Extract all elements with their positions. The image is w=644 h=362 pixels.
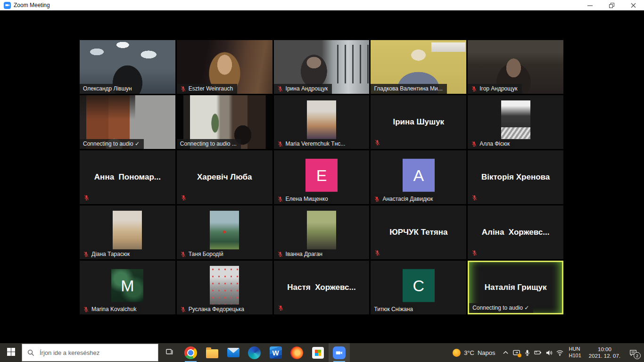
word-icon: W (270, 346, 282, 359)
participant-name: Maria Veremchuk Тнс... (286, 140, 346, 147)
participant-tile[interactable]: Харевіч Люба (177, 150, 272, 204)
search-input[interactable] (39, 349, 144, 357)
participant-tile[interactable]: Руслана Федорецька (177, 261, 272, 314)
tray-overflow-button[interactable] (500, 343, 511, 362)
task-view-icon (165, 347, 174, 358)
participant-name-label: Connecting to audio ✓ (80, 139, 144, 149)
participant-tile[interactable]: Алла Фісюк (468, 95, 563, 149)
participant-name: Титюк Сніжана (374, 306, 413, 313)
participant-name-centered: Анна Пономар... (80, 150, 175, 204)
participant-tile[interactable]: Connecting to audio ... (177, 95, 272, 149)
taskbar-app-file-explorer[interactable] (201, 343, 223, 362)
minimize-button[interactable] (579, 0, 601, 10)
zoom-icon (333, 346, 346, 359)
participant-tile[interactable]: Олександр Лівшун (80, 40, 175, 94)
participant-name-label: Ігор Андрощук (468, 84, 521, 94)
zoom-app-icon (4, 2, 11, 9)
participant-name: Діана Тарасюк (91, 251, 130, 257)
participant-tile[interactable]: Таня Бородій (177, 206, 272, 259)
participant-name: Алла Фісюк (479, 140, 510, 147)
participant-name-label: Connecting to audio ... (177, 139, 241, 149)
participant-tile[interactable]: E Елена Мищенко (274, 150, 370, 204)
start-button[interactable] (0, 343, 22, 362)
task-view-button[interactable] (158, 343, 180, 362)
muted-mic-icon (83, 251, 89, 257)
muted-mic-icon (180, 306, 186, 313)
participant-tile[interactable]: Eszter Weinrauch (177, 40, 272, 94)
participant-tile[interactable]: A Анастасія Давидюк (371, 150, 466, 204)
weather-widget[interactable]: 3°C Napos (448, 349, 500, 357)
tray-network-button[interactable] (554, 343, 565, 362)
language-indicator[interactable]: HUN H101 (565, 346, 585, 359)
action-center-button[interactable]: 2 (624, 343, 642, 362)
tray-battery-button[interactable] (533, 343, 544, 362)
avatar-letter: E (305, 159, 338, 192)
taskbar-app-chrome[interactable] (180, 343, 201, 362)
participant-tile[interactable]: Іванна Драган (274, 206, 370, 259)
muted-mic-icon (278, 305, 284, 311)
participant-tile[interactable]: Вікторія Хренова (468, 150, 563, 204)
participant-name-label: Marina Kovalchuk (80, 304, 140, 314)
participant-tile[interactable]: Аліна Хоржевс... (468, 206, 563, 259)
taskbar-app-firefox[interactable] (286, 343, 307, 362)
muted-mic-icon (277, 141, 283, 147)
taskbar-app-mail[interactable] (223, 343, 244, 362)
participant-name-label: Таня Бородій (177, 249, 228, 259)
window-titlebar: Zoom Meeting (0, 0, 644, 10)
participant-name-label: Алла Фісюк (468, 139, 514, 149)
participant-tile[interactable]: Анна Пономар... (80, 150, 175, 204)
system-tray: 3°C Napos HUN H101 10:00 2021. 12. 07. (448, 343, 644, 362)
participant-tile[interactable]: Connecting to audio ✓ (80, 95, 175, 149)
participant-name-label: Maria Veremchuk Тнс... (274, 139, 350, 149)
taskbar-app-zoom[interactable] (329, 343, 350, 362)
chrome-icon (184, 346, 197, 359)
sun-icon (453, 349, 461, 357)
taskbar-app-edge[interactable] (244, 343, 265, 362)
participant-name-label: Connecting to audio ✓ (469, 303, 533, 313)
microphone-icon (524, 349, 531, 356)
participant-tile[interactable]: Діана Тарасюк (80, 206, 175, 259)
muted-mic-icon (374, 140, 380, 146)
taskbar-app-store[interactable] (307, 343, 329, 362)
close-button[interactable] (622, 0, 644, 10)
muted-mic-icon (374, 250, 380, 256)
participant-tile[interactable]: ЮРЧУК Тетяна (371, 206, 466, 259)
search-icon (27, 349, 34, 356)
cast-notification-dot (518, 354, 521, 357)
participant-tile[interactable]: C Титюк Сніжана (371, 261, 466, 314)
weather-condition: Napos (478, 349, 495, 356)
participant-name-label: Діана Тарасюк (80, 249, 134, 259)
tray-microphone-button[interactable] (522, 343, 533, 362)
participant-tile[interactable]: M Marina Kovalchuk (80, 261, 175, 314)
taskbar-clock[interactable]: 10:00 2021. 12. 07. (585, 346, 624, 360)
participant-name: Гладкова Валентина Ми... (374, 85, 442, 92)
restore-button[interactable] (601, 0, 622, 10)
tray-volume-button[interactable] (544, 343, 554, 362)
participant-name: Connecting to audio ... (180, 140, 237, 147)
participant-name: Marina Kovalchuk (91, 306, 136, 313)
participant-name-centered: Настя Хоржевс... (274, 261, 370, 314)
keyboard-layout: H101 (569, 353, 581, 359)
participant-name-label: Іванна Драган (274, 249, 327, 259)
participant-tile[interactable]: Maria Veremchuk Тнс... (274, 95, 370, 149)
participant-name-centered: Ірина Шушук (371, 95, 466, 149)
participant-tile[interactable]: Ігор Андрощук (468, 40, 563, 94)
participant-name: Таня Бородій (189, 251, 223, 257)
participant-name: Ігор Андрощук (479, 85, 517, 92)
participant-tile[interactable]: Настя Хоржевс... (274, 261, 370, 314)
participant-name-centered: Харевіч Люба (177, 150, 272, 204)
file-explorer-icon (206, 349, 218, 358)
tray-cast-button[interactable] (511, 343, 522, 362)
participant-tile[interactable]: Ірина Андрощук (274, 40, 370, 94)
taskbar-search[interactable] (22, 344, 158, 362)
participant-name-label: Елена Мищенко (274, 194, 332, 204)
participant-name-centered: Вікторія Хренова (468, 150, 563, 204)
participant-tile[interactable]: Ірина Шушук (371, 95, 466, 149)
avatar-photo (307, 211, 336, 249)
taskbar-app-word[interactable]: W (265, 343, 286, 362)
participant-tile[interactable]: Наталія Грищук Connecting to audio ✓ (468, 261, 563, 314)
muted-mic-icon (471, 141, 477, 147)
participant-grid: Олександр Лівшун Eszter Weinrauch Ірина … (80, 40, 563, 314)
participant-tile[interactable]: Гладкова Валентина Ми... (371, 40, 466, 94)
participant-name-centered: Аліна Хоржевс... (468, 206, 563, 259)
